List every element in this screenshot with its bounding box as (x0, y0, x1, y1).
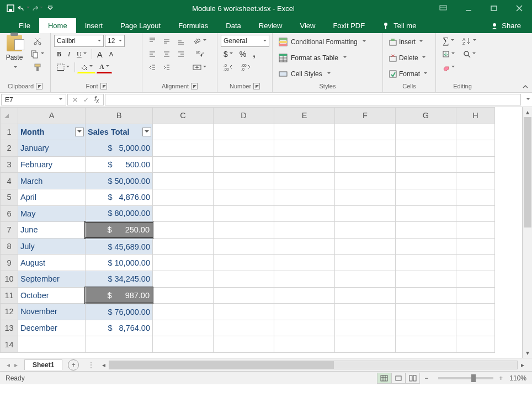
cell[interactable] (274, 222, 335, 239)
filter-month-button[interactable] (75, 128, 84, 136)
cell-month[interactable]: June (18, 222, 86, 239)
zoom-slider[interactable] (438, 377, 493, 379)
maximize-button[interactable] (481, 0, 507, 17)
cell[interactable] (214, 238, 274, 255)
cell[interactable] (456, 189, 495, 205)
tab-formulas[interactable]: Formulas (169, 18, 217, 33)
cell[interactable] (153, 173, 214, 189)
tab-page-layout[interactable]: Page Layout (111, 18, 169, 33)
cell[interactable] (18, 336, 86, 353)
page-layout-view-button[interactable] (391, 373, 406, 384)
font-color-button[interactable]: A (97, 61, 112, 73)
fx-button[interactable]: fx (94, 95, 99, 104)
number-launcher[interactable] (253, 83, 260, 89)
cell[interactable] (214, 287, 274, 304)
sheet-tab-sheet1[interactable]: Sheet1 (24, 359, 62, 370)
col-header-H[interactable]: H (456, 108, 495, 124)
orientation-button[interactable]: ab (190, 35, 209, 47)
cell[interactable] (214, 140, 274, 157)
horizontal-scrollbar[interactable]: ◂ ▸ (99, 360, 528, 370)
accounting-format-button[interactable]: $ (221, 48, 236, 60)
cell[interactable] (274, 140, 335, 157)
cell-sales[interactable]: $ 45,689.00 (86, 238, 153, 255)
customize-qat-button[interactable] (44, 2, 56, 14)
row-header-2[interactable]: 2 (1, 140, 18, 157)
cell[interactable] (335, 189, 396, 205)
cell[interactable] (456, 336, 495, 353)
col-header-A[interactable]: A (18, 108, 86, 124)
col-header-D[interactable]: D (214, 108, 274, 124)
cell[interactable] (396, 205, 456, 222)
cell[interactable] (396, 189, 456, 205)
cell[interactable] (396, 255, 456, 271)
align-middle-button[interactable] (160, 35, 173, 47)
tab-data[interactable]: Data (217, 18, 249, 33)
increase-indent-button[interactable] (160, 61, 173, 73)
cell-month[interactable]: July (18, 238, 86, 255)
cell[interactable] (396, 271, 456, 287)
cell[interactable] (456, 205, 495, 222)
minimize-button[interactable] (456, 0, 481, 17)
align-top-button[interactable] (146, 35, 159, 47)
cell[interactable] (396, 222, 456, 239)
cell[interactable] (274, 304, 335, 320)
row-header-8[interactable]: 8 (1, 238, 18, 255)
cell-sales[interactable]: $ 250.00 (86, 222, 153, 239)
cell[interactable] (214, 222, 274, 239)
percent-button[interactable]: % (237, 48, 249, 60)
row-header-6[interactable]: 6 (1, 205, 18, 222)
wrap-text-button[interactable]: ab (190, 48, 209, 60)
cell[interactable] (456, 173, 495, 189)
cell[interactable] (456, 255, 495, 271)
cell[interactable] (456, 156, 495, 173)
cell[interactable] (153, 222, 214, 239)
cell[interactable] (214, 173, 274, 189)
expand-formula-bar-button[interactable] (522, 93, 532, 107)
format-painter-button[interactable] (28, 61, 47, 73)
row-header-5[interactable]: 5 (1, 189, 18, 205)
cell[interactable] (335, 173, 396, 189)
cell[interactable] (396, 140, 456, 157)
align-center-button[interactable] (160, 48, 173, 60)
page-break-view-button[interactable] (406, 373, 420, 384)
font-name-combo[interactable]: Calibri (54, 35, 104, 47)
copy-button[interactable] (28, 48, 47, 60)
underline-button[interactable]: U (74, 48, 89, 60)
row-header-3[interactable]: 3 (1, 156, 18, 173)
cell[interactable] (153, 156, 214, 173)
cell[interactable] (335, 255, 396, 271)
cell[interactable] (274, 124, 335, 140)
cell-sales[interactable]: $ 76,000.00 (86, 304, 153, 320)
cell[interactable] (214, 271, 274, 287)
cell[interactable] (456, 238, 495, 255)
cell[interactable] (456, 271, 495, 287)
cell[interactable] (335, 205, 396, 222)
undo-button[interactable] (18, 2, 30, 14)
scroll-up-button[interactable]: ▴ (523, 107, 532, 117)
cell-month[interactable]: May (18, 205, 86, 222)
col-header-B[interactable]: B (86, 108, 153, 124)
cell-sales[interactable]: $ 987.00 (86, 287, 153, 304)
tab-review[interactable]: Review (250, 18, 291, 33)
row-header-1[interactable]: 1 (1, 124, 18, 140)
row-header-9[interactable]: 9 (1, 255, 18, 271)
cell-sales[interactable]: $ 50,000.00 (86, 173, 153, 189)
col-header-E[interactable]: E (274, 108, 335, 124)
cell[interactable] (396, 124, 456, 140)
vertical-scrollbar[interactable]: ▴ ▾ (522, 107, 532, 358)
cell[interactable] (396, 304, 456, 320)
row-header-4[interactable]: 4 (1, 173, 18, 189)
save-button[interactable] (4, 2, 17, 14)
format-as-table-button[interactable]: Format as Table (276, 52, 379, 64)
col-header-F[interactable]: F (335, 108, 396, 124)
decrease-decimal-button[interactable]: .00.0 (238, 61, 255, 73)
scroll-thumb[interactable] (524, 117, 531, 227)
cell[interactable] (214, 156, 274, 173)
redo-button[interactable] (31, 2, 43, 14)
cell[interactable] (396, 238, 456, 255)
cell-sales[interactable]: $ 10,000.00 (86, 255, 153, 271)
cell[interactable] (456, 222, 495, 239)
cell[interactable] (335, 222, 396, 239)
cell[interactable] (274, 320, 335, 336)
row-header-11[interactable]: 11 (1, 287, 18, 304)
